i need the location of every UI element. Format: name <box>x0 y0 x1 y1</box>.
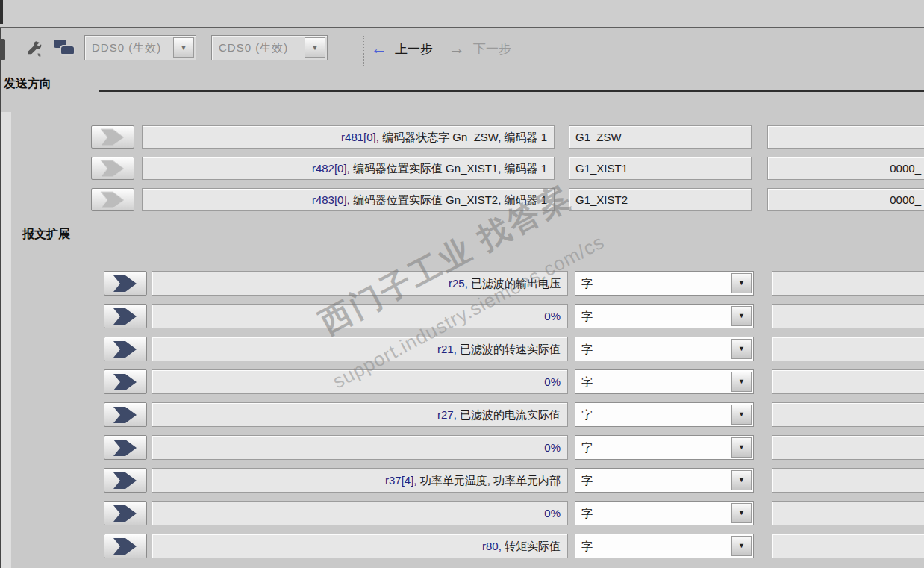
chevron-down-icon[interactable]: ▼ <box>731 503 752 523</box>
signal-value-field[interactable]: 0000_ <box>767 188 924 211</box>
chevron-down-icon[interactable]: ▼ <box>731 470 752 490</box>
chevron-down-icon[interactable]: ▼ <box>731 273 752 293</box>
signal-connector-button[interactable] <box>91 125 134 149</box>
signal-name-field[interactable]: r21, 已滤波的转速实际值 <box>152 337 568 361</box>
extension-row: 0%字▼ <box>0 435 924 461</box>
dds-select-value: DDS0 (生效) <box>92 36 161 60</box>
signal-name-field[interactable]: r483[0], 编码器位置实际值 Gn_XIST2, 编码器 1 <box>142 188 555 211</box>
extension-row: r37[4], 功率单元温度, 功率单元内部字▼ <box>0 468 924 493</box>
format-select[interactable]: 字▼ <box>575 304 754 328</box>
extension-row: r80, 转矩实际值字▼ <box>0 534 924 559</box>
telegram-word-field[interactable]: G1_XIST1 <box>569 157 752 180</box>
send-row: r483[0], 编码器位置实际值 Gn_XIST2, 编码器 1G1_XIST… <box>0 188 924 213</box>
extension-row: r25, 已滤波的输出电压字▼ <box>0 271 924 296</box>
prev-step-button[interactable]: 上一步 <box>395 42 433 57</box>
cds-select-value: CDS0 (生效) <box>219 36 288 60</box>
send-row: r482[0], 编码器位置实际值 Gn_XIST1, 编码器 1G1_XIST… <box>0 157 924 182</box>
next-step-arrow-icon[interactable]: → <box>449 39 465 58</box>
signal-connector-button[interactable] <box>104 534 147 558</box>
signal-name-field[interactable]: 0% <box>152 304 568 328</box>
signal-connector-button[interactable] <box>104 337 147 361</box>
wrench-icon[interactable] <box>24 39 45 60</box>
chevron-down-icon[interactable]: ▼ <box>731 437 752 458</box>
toolbar: DDS0 (生效) ▼ CDS0 (生效) ▼ ← 上一步 → 下一步 <box>0 28 924 71</box>
format-select-value: 字 <box>581 469 593 492</box>
signal-connector-button[interactable] <box>104 501 147 525</box>
signal-value-field[interactable] <box>772 369 924 394</box>
signal-name-field[interactable]: 0% <box>152 501 568 525</box>
signal-name-field[interactable]: 0% <box>152 435 568 460</box>
signal-value-field[interactable] <box>772 534 924 558</box>
signal-value-field[interactable] <box>772 402 924 427</box>
format-select-value: 字 <box>581 502 593 525</box>
window-edge-sliver <box>0 0 3 24</box>
send-row: r481[0], 编码器状态字 Gn_ZSW, 编码器 1G1_ZSW <box>0 125 924 151</box>
signal-value-field[interactable]: 0000_ <box>767 157 924 180</box>
signal-connector-button[interactable] <box>91 188 134 211</box>
format-select[interactable]: 字▼ <box>575 402 754 427</box>
chevron-down-icon[interactable]: ▼ <box>731 536 752 556</box>
signal-name-field[interactable]: r482[0], 编码器位置实际值 Gn_XIST1, 编码器 1 <box>142 157 555 180</box>
format-select-value: 字 <box>581 534 593 558</box>
signal-value-field[interactable] <box>772 435 924 460</box>
extension-row: r21, 已滤波的转速实际值字▼ <box>0 337 924 362</box>
toolbar-separator <box>363 36 364 66</box>
signal-value-field[interactable] <box>772 304 924 328</box>
format-select[interactable]: 字▼ <box>575 435 754 460</box>
chevron-down-icon[interactable]: ▼ <box>731 405 752 425</box>
format-select[interactable]: 字▼ <box>575 369 754 394</box>
format-select[interactable]: 字▼ <box>575 271 754 296</box>
signal-value-field[interactable] <box>772 271 924 296</box>
cds-select[interactable]: CDS0 (生效) ▼ <box>211 35 328 60</box>
format-select-value: 字 <box>581 305 593 328</box>
signal-connector-button[interactable] <box>91 157 134 180</box>
clipboard-icon[interactable] <box>0 39 5 60</box>
format-select-value: 字 <box>581 272 593 295</box>
signal-value-field[interactable] <box>772 337 924 361</box>
telegram-word-field[interactable]: G1_XIST2 <box>569 188 752 211</box>
send-direction-rule <box>99 90 924 92</box>
format-select[interactable]: 字▼ <box>575 468 754 493</box>
signal-name-field[interactable]: r481[0], 编码器状态字 Gn_ZSW, 编码器 1 <box>142 125 555 149</box>
signal-name-field[interactable]: 0% <box>152 369 568 394</box>
prev-step-arrow-icon[interactable]: ← <box>371 39 387 58</box>
dds-select[interactable]: DDS0 (生效) ▼ <box>84 35 196 60</box>
telegram-extension-title: 报文扩展 <box>22 227 70 243</box>
telegram-word-field[interactable]: G1_ZSW <box>569 125 752 149</box>
extension-row: 0%字▼ <box>0 304 924 329</box>
telegram-configuration-screen: DDS0 (生效) ▼ CDS0 (生效) ▼ ← 上一步 → 下一步 发送方向… <box>0 0 924 568</box>
signal-value-field[interactable] <box>772 501 924 525</box>
signal-connector-button[interactable] <box>104 435 147 460</box>
extension-row: 0%字▼ <box>0 369 924 395</box>
signal-connector-button[interactable] <box>104 402 147 427</box>
watermark-line2: support.industry.siemens.com/cs <box>329 212 643 393</box>
signal-connector-button[interactable] <box>104 304 147 328</box>
format-select[interactable]: 字▼ <box>575 534 754 558</box>
chevron-down-icon[interactable]: ▼ <box>173 37 194 58</box>
signal-connector-button[interactable] <box>104 468 147 493</box>
next-step-button[interactable]: 下一步 <box>473 42 511 57</box>
format-select-value: 字 <box>581 337 593 361</box>
signal-connector-button[interactable] <box>104 271 147 296</box>
signal-name-field[interactable]: r25, 已滤波的输出电压 <box>152 271 568 296</box>
send-direction-title: 发送方向 <box>4 76 51 92</box>
top-title-bar <box>0 0 924 28</box>
signal-connector-button[interactable] <box>104 369 147 394</box>
signal-name-field[interactable]: r27, 已滤波的电流实际值 <box>152 402 568 427</box>
format-select-value: 字 <box>581 436 593 459</box>
chevron-down-icon[interactable]: ▼ <box>731 372 752 392</box>
chevron-down-icon[interactable]: ▼ <box>731 306 752 326</box>
signal-name-field[interactable]: r80, 转矩实际值 <box>152 534 568 558</box>
extension-row: r27, 已滤波的电流实际值字▼ <box>0 402 924 428</box>
format-select-value: 字 <box>581 370 593 393</box>
format-select[interactable]: 字▼ <box>575 501 754 525</box>
chevron-down-icon[interactable]: ▼ <box>731 339 752 359</box>
data-set-blocks-icon[interactable] <box>54 40 76 59</box>
chevron-down-icon[interactable]: ▼ <box>305 37 325 58</box>
format-select[interactable]: 字▼ <box>575 337 754 361</box>
signal-value-field[interactable] <box>767 125 924 149</box>
signal-name-field[interactable]: r37[4], 功率单元温度, 功率单元内部 <box>152 468 568 493</box>
format-select-value: 字 <box>581 403 593 426</box>
signal-value-field[interactable] <box>772 468 924 493</box>
extension-row: 0%字▼ <box>0 501 924 526</box>
